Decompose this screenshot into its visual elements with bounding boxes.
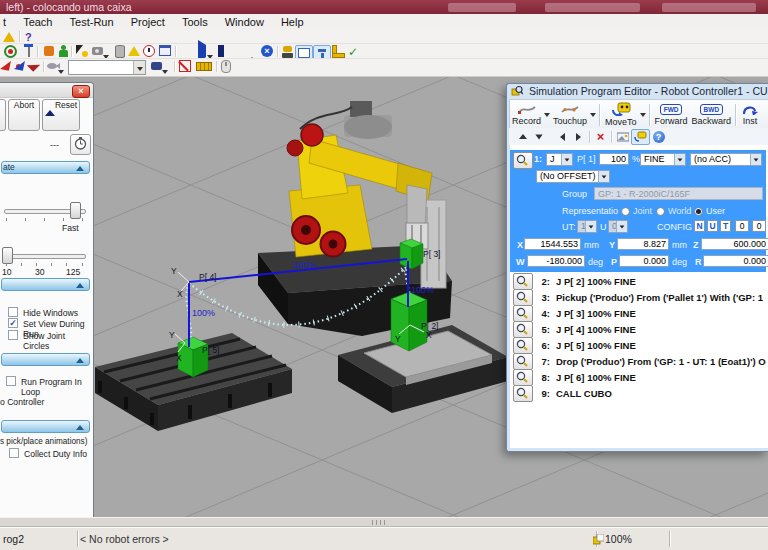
horizontal-scroll-strip[interactable] xyxy=(0,517,768,527)
magnifier-icon[interactable] xyxy=(513,337,533,354)
magnifier-icon[interactable] xyxy=(513,369,533,386)
rep-user-radio[interactable] xyxy=(694,207,703,216)
config-turn-2[interactable]: 0 xyxy=(752,220,766,232)
cylinder-icon[interactable] xyxy=(113,45,126,58)
eject-icon[interactable] xyxy=(247,45,260,58)
magnifier-icon[interactable] xyxy=(513,385,533,402)
r-input[interactable] xyxy=(703,255,768,267)
jog-triangle-icon[interactable] xyxy=(128,45,141,58)
cancel-icon[interactable]: × xyxy=(261,45,273,57)
window-titlebar[interactable]: left) - colocando uma caixa xyxy=(0,0,768,14)
scroll-grip[interactable] xyxy=(372,520,386,525)
stopwatch-icon[interactable] xyxy=(70,134,91,155)
menu-item-test-run[interactable]: Test-Run xyxy=(63,14,121,30)
menu-item-tools[interactable]: Tools xyxy=(175,14,215,30)
editor-titlebar[interactable]: Simulation Program Editor - Robot Contro… xyxy=(507,84,768,99)
record-button[interactable]: Record xyxy=(510,101,543,128)
program-line[interactable]: 4:J P[ 3] 100% FINE xyxy=(510,305,766,321)
refresh-rate-slider-thumb[interactable] xyxy=(2,247,13,264)
moveto-button[interactable]: MoveTo xyxy=(603,101,639,128)
snapshot-icon[interactable] xyxy=(615,130,630,143)
program-line[interactable]: 2:J P[ 2] 100% FINE xyxy=(510,273,766,289)
pointer-ball-icon[interactable] xyxy=(76,45,89,58)
close-icon[interactable]: × xyxy=(72,85,90,98)
line-up-icon[interactable] xyxy=(515,130,530,143)
loop-checkbox[interactable] xyxy=(6,376,16,386)
p-input[interactable] xyxy=(619,255,669,267)
rep-world-radio[interactable] xyxy=(656,207,665,216)
config-turn-1[interactable]: 0 xyxy=(735,220,749,232)
ut-dropdown[interactable]: 1 xyxy=(577,220,597,233)
menu-item-help[interactable]: Help xyxy=(274,14,311,30)
joint-circles-checkbox[interactable] xyxy=(8,330,18,340)
menu-item-project[interactable]: Project xyxy=(124,14,172,30)
rocket-dark-icon[interactable] xyxy=(29,60,42,73)
reset-button[interactable]: Reset xyxy=(42,99,80,131)
record-target-icon[interactable] xyxy=(4,45,17,58)
offset-dropdown[interactable]: (No OFFSET) xyxy=(536,170,610,183)
duty-info-checkbox[interactable] xyxy=(9,448,19,458)
forward-button[interactable]: FWD Forward xyxy=(653,101,690,128)
rocket-blue-icon[interactable] xyxy=(15,60,28,73)
menu-item-cut[interactable]: t xyxy=(0,14,13,30)
acc-dropdown[interactable]: (no ACC) xyxy=(690,153,762,166)
alarm-clock-icon[interactable] xyxy=(143,45,155,57)
program-line[interactable]: 8:J P[ 6] 100% FINE xyxy=(510,369,766,385)
magnifier-icon[interactable] xyxy=(513,273,533,290)
record-dot-icon[interactable] xyxy=(180,45,193,58)
set-view-checkbox[interactable]: ✓ xyxy=(8,318,18,328)
rocket-red-icon[interactable] xyxy=(1,60,14,73)
stop-icon[interactable] xyxy=(233,45,246,58)
rep-joint-radio[interactable] xyxy=(621,207,630,216)
profiler-check-icon[interactable]: ✓ xyxy=(348,45,361,58)
menu-item-teach[interactable]: Teach xyxy=(16,14,59,30)
corner-ruler-icon[interactable] xyxy=(332,45,345,58)
delete-x-icon[interactable]: × xyxy=(593,130,608,143)
config-flag-t[interactable]: T xyxy=(720,220,731,232)
touchup-button[interactable]: Touchup xyxy=(551,101,589,128)
mouse-icon[interactable] xyxy=(221,60,231,73)
magnifier-icon[interactable] xyxy=(513,305,533,322)
panel-window-icon[interactable] xyxy=(159,45,171,56)
y-input[interactable] xyxy=(617,238,669,250)
line-down-icon[interactable] xyxy=(531,130,546,143)
robot-orange-icon[interactable] xyxy=(42,45,55,58)
ruler-yellow-icon[interactable] xyxy=(196,62,212,71)
section-header-animations[interactable] xyxy=(1,420,90,433)
z-input[interactable] xyxy=(701,238,768,250)
termination-dropdown[interactable]: FINE xyxy=(640,153,686,166)
magnifier-icon[interactable] xyxy=(513,321,533,338)
worker-icon[interactable] xyxy=(57,45,70,58)
hide-windows-checkbox[interactable] xyxy=(8,307,18,317)
cube-red-icon[interactable] xyxy=(179,60,191,72)
section-header-display[interactable] xyxy=(1,278,90,291)
program-line[interactable]: 7:Drop ('Produo') From ('GP: 1 - UT: 1 (… xyxy=(510,353,766,369)
view-combobox[interactable] xyxy=(68,60,146,75)
pause-icon[interactable] xyxy=(218,45,231,58)
w-input[interactable] xyxy=(527,255,585,267)
robot-tool-icon[interactable] xyxy=(281,45,294,58)
backward-button[interactable]: BWD Backward xyxy=(690,101,734,128)
run-button-clipped[interactable] xyxy=(0,99,6,131)
moveto-mini-icon[interactable] xyxy=(631,129,650,145)
run-panel-titlebar[interactable]: × xyxy=(0,83,93,98)
section-header-run[interactable] xyxy=(1,353,90,366)
box-p5[interactable] xyxy=(178,337,208,377)
program-line[interactable]: 3:Pickup ('Produo') From ('Pallet 1') Wi… xyxy=(510,289,766,305)
program-line[interactable]: 6:J P[ 5] 100% FINE xyxy=(510,337,766,353)
box-gripper[interactable] xyxy=(400,239,423,269)
config-flag-n[interactable]: N xyxy=(694,220,705,232)
record-caret[interactable] xyxy=(544,113,550,117)
moveto-caret[interactable] xyxy=(640,113,646,117)
x-input[interactable] xyxy=(524,238,581,250)
touchup-caret[interactable] xyxy=(590,113,596,117)
program-line[interactable]: 9:CALL CUBO xyxy=(510,385,766,401)
motion-type-dropdown[interactable]: J xyxy=(546,153,573,166)
help-ball-icon[interactable]: ? xyxy=(651,130,666,143)
config-flag-u[interactable]: U xyxy=(707,220,718,232)
magnifier-icon[interactable] xyxy=(513,353,533,370)
section-header-rate[interactable]: ate xyxy=(1,161,90,174)
speed-input[interactable] xyxy=(599,153,629,165)
magnifier-icon[interactable] xyxy=(513,289,533,306)
line-right-icon[interactable] xyxy=(571,130,586,143)
